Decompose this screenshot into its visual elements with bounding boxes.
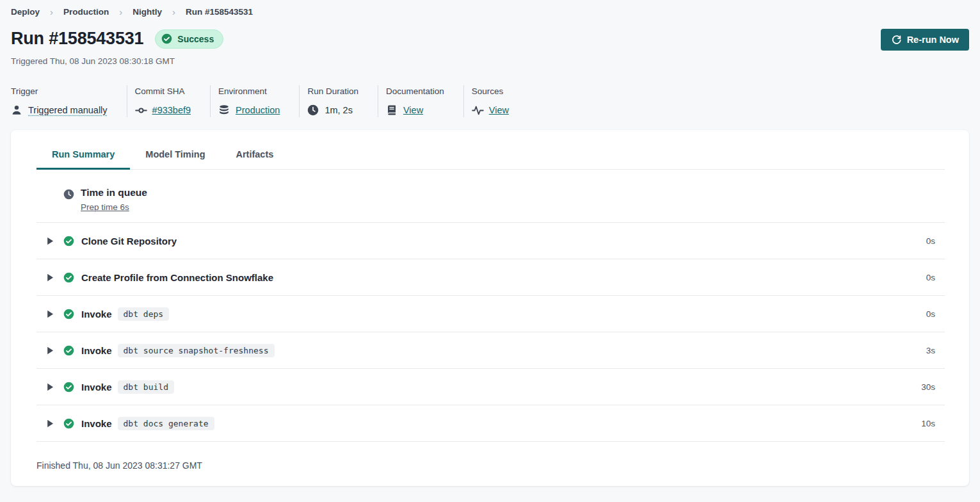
run-detail-item: Documentation View [378,85,463,117]
commit-icon [135,104,147,116]
step-duration: 0s [926,273,945,282]
rerun-now-label: Re-run Now [907,35,959,45]
run-detail-item: Commit SHA #933bef9 [127,85,210,117]
steps-list: Clone Git Repository 0s Create Profile f… [36,223,945,442]
detail-label: Sources [472,86,509,96]
detail-link[interactable]: #933bef9 [152,105,191,115]
status-badge-label: Success [177,34,214,44]
rerun-now-button[interactable]: Re-run Now [881,29,969,51]
step-row[interactable]: Invoke dbt docs generate 10s [36,405,945,442]
run-detail-item: Sources View [463,85,528,117]
refresh-icon [891,35,901,45]
book-icon [386,104,398,116]
page-header: Run #158543531 Success Re-run Now [0,29,980,51]
step-label: Create Profile from Connection Snowflake [81,272,273,283]
clock-icon [63,189,74,200]
detail-link[interactable]: View [403,105,423,115]
step-duration: 30s [921,382,945,392]
detail-link[interactable]: View [489,105,509,115]
database-icon [218,104,230,116]
clock-icon [307,104,319,116]
tab-bar: Run SummaryModel TimingArtifacts [36,130,945,170]
step-duration: 3s [926,346,945,355]
detail-label: Trigger [11,86,108,96]
breadcrumb-item[interactable]: Deploy [11,7,40,17]
step-command-chip: dbt build [118,380,174,394]
run-summary-card: Run SummaryModel TimingArtifacts Time in… [11,130,969,486]
step-label: Invoke [81,309,112,320]
step-duration: 0s [926,236,945,246]
step-row[interactable]: Invoke dbt deps 0s [36,296,945,332]
run-details-strip: Trigger Triggered manually Commit SHA #9… [0,85,980,117]
finished-timestamp: Finished Thu, 08 Jun 2023 08:31:27 GMT [36,442,945,471]
detail-label: Run Duration [307,86,358,96]
run-detail-item: Environment Production [210,85,299,117]
step-duration: 10s [921,419,945,428]
step-command-chip: dbt source snapshot-freshness [118,344,275,357]
success-check-icon [63,236,74,247]
step-label: Invoke [81,345,112,356]
step-command-chip: dbt deps [118,307,170,321]
tab-artifacts[interactable]: Artifacts [221,149,289,169]
step-label: Clone Git Repository [81,236,177,247]
person-icon [11,104,22,116]
step-row[interactable]: Invoke dbt build 30s [36,369,945,405]
expand-caret-icon[interactable] [47,419,54,428]
step-row[interactable]: Create Profile from Connection Snowflake… [36,259,945,296]
detail-label: Commit SHA [135,86,191,96]
status-badge: Success [155,29,223,49]
step-label: Invoke [81,418,112,429]
run-detail-item: Trigger Triggered manually [11,85,127,117]
step-row[interactable]: Invoke dbt source snapshot-freshness 3s [36,332,945,369]
time-in-queue-section: Time in queue Prep time 6s [36,170,945,223]
expand-caret-icon[interactable] [47,346,54,355]
prep-time-link[interactable]: Prep time 6s [81,202,129,212]
queue-title: Time in queue [81,187,147,198]
success-check-icon [161,33,172,44]
expand-caret-icon[interactable] [47,310,54,318]
chevron-right-icon: › [46,6,57,17]
detail-label: Documentation [386,86,444,96]
tab-model-timing[interactable]: Model Timing [130,149,220,169]
detail-value: 1m, 2s [325,105,353,115]
chevron-right-icon: › [115,6,126,17]
run-detail-item: Run Duration 1m, 2s [299,85,378,117]
expand-caret-icon[interactable] [47,237,54,245]
step-label: Invoke [81,382,112,393]
pulse-icon [472,104,483,116]
success-check-icon [63,272,74,283]
success-check-icon [63,418,74,429]
breadcrumb: Deploy›Production›Nightly›Run #158543531 [11,6,969,17]
chevron-right-icon: › [168,6,179,17]
step-command-chip: dbt docs generate [118,417,214,430]
tab-run-summary[interactable]: Run Summary [36,149,130,169]
page-title: Run #158543531 [11,29,143,49]
breadcrumb-item[interactable]: Nightly [133,7,162,17]
expand-caret-icon[interactable] [47,383,54,391]
expand-caret-icon[interactable] [47,273,54,282]
breadcrumb-item[interactable]: Run #158543531 [186,7,253,17]
success-check-icon [63,345,74,356]
step-duration: 0s [926,309,945,319]
triggered-timestamp: Triggered Thu, 08 Jun 2023 08:30:18 GMT [0,56,980,66]
success-check-icon [63,309,74,320]
success-check-icon [63,382,74,393]
detail-label: Environment [218,86,280,96]
top-bar: Deploy›Production›Nightly›Run #158543531 [0,0,980,17]
step-row[interactable]: Clone Git Repository 0s [36,223,945,259]
breadcrumb-item[interactable]: Production [63,7,109,17]
detail-value[interactable]: Triggered manually [28,105,108,115]
detail-link[interactable]: Production [236,105,280,115]
